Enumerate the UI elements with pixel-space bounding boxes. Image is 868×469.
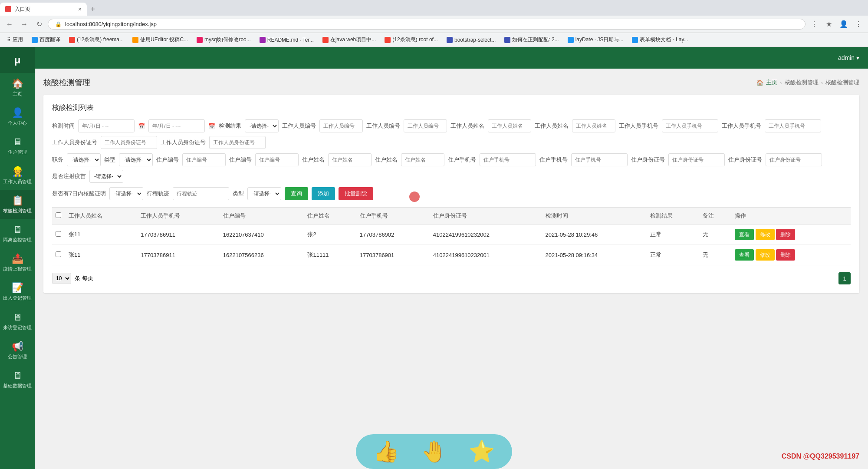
search-button[interactable]: 查询 xyxy=(285,187,308,200)
cell-worker-name: 张11 xyxy=(65,245,137,265)
filter-vaccine-select[interactable]: -请选择- xyxy=(89,170,123,183)
select-all-checkbox[interactable] xyxy=(56,212,61,218)
bookmark-label: 在java web项目中... xyxy=(330,36,376,43)
sidebar-item-checkin[interactable]: 📝 出入登记管理 xyxy=(0,277,35,306)
sidebar-item-nucleic[interactable]: 📋 核酸检测管理 xyxy=(0,190,35,219)
forward-button[interactable]: → xyxy=(18,18,30,30)
filter-result-select[interactable]: -请选择- xyxy=(245,119,279,132)
filter-worker-name-label2: 工作人员姓名 xyxy=(535,122,569,130)
row-checkbox-0[interactable] xyxy=(56,231,61,237)
extensions-button[interactable]: ⋮ xyxy=(808,18,820,30)
bookmark-apps[interactable]: ⠿ 应用 xyxy=(3,35,26,44)
edit-button-1[interactable]: 修改 xyxy=(756,249,775,261)
filter-worker-name-2[interactable] xyxy=(572,119,615,132)
filter-resident-name-2[interactable] xyxy=(401,153,444,166)
bk3-favicon xyxy=(197,37,203,43)
cell-resident-phone: 17703786901 xyxy=(356,245,430,265)
reload-button[interactable]: ↻ xyxy=(33,18,45,30)
bookmark-baidu[interactable]: 百度翻译 xyxy=(28,35,64,44)
tab-close-button[interactable]: × xyxy=(78,6,82,13)
top-header: admin ▾ xyxy=(35,47,868,69)
cell-result: 正常 xyxy=(647,245,699,265)
sidebar-item-home[interactable]: 🏠 主页 xyxy=(0,73,35,102)
calendar-icon-1[interactable]: 📅 xyxy=(138,123,145,129)
row-checkbox-1[interactable] xyxy=(56,251,61,257)
add-button[interactable]: 添加 xyxy=(312,187,335,200)
bookmark-label: layDate · JS日期与... xyxy=(575,36,624,43)
filter-nucleic-select[interactable]: -请选择- xyxy=(109,187,143,200)
nav-bar: ← → ↻ 🔒 localhost:8080/yiqingxitong/inde… xyxy=(0,16,868,33)
filter-resident-phone-1[interactable] xyxy=(480,153,536,166)
filter-worker-name-1[interactable] xyxy=(488,119,531,132)
bookmark-6[interactable]: (12条消息) root of... xyxy=(381,35,441,44)
sidebar-item-basic-data[interactable]: 🖥 基础数据管理 xyxy=(0,365,35,394)
sidebar-item-profile[interactable]: 👤 个人中心 xyxy=(0,102,35,131)
view-button-0[interactable]: 查看 xyxy=(735,229,754,240)
bookmark-label: 应用 xyxy=(13,36,23,43)
sidebar-item-visitor[interactable]: 🖥 来访登记管理 xyxy=(0,307,35,336)
filter-resident-name-label: 住户姓名 xyxy=(302,156,325,164)
filter-resident-name-label2: 住户姓名 xyxy=(375,156,398,164)
filter-resident-no-1[interactable] xyxy=(182,153,226,166)
hand-icon[interactable]: 🤚 xyxy=(421,439,447,464)
filter-travel-label: 行程轨迹 xyxy=(147,190,169,198)
filter-type-select[interactable]: -请选择- xyxy=(119,153,153,166)
bookmark-8[interactable]: 如何在正则配配: 2... xyxy=(501,35,562,44)
sidebar-item-resident[interactable]: 🖥 住户管理 xyxy=(0,131,35,160)
view-button-1[interactable]: 查看 xyxy=(735,249,754,261)
sidebar-item-worker[interactable]: 👷 工作人员管理 xyxy=(0,161,35,190)
profile-button[interactable]: 👤 xyxy=(838,18,850,30)
filter-worker-phone-1[interactable] xyxy=(662,119,718,132)
filter-resident-phone-label: 住户手机号 xyxy=(448,156,476,164)
filter-date-end[interactable] xyxy=(148,119,205,132)
batch-delete-button[interactable]: 批量删除 xyxy=(339,187,373,200)
bookmark-10[interactable]: 表单模块文档 - Lay... xyxy=(628,35,691,44)
sidebar-item-isolation[interactable]: 🖥 隔离监控管理 xyxy=(0,219,35,248)
sidebar-item-report[interactable]: 📤 疫情上报管理 xyxy=(0,248,35,277)
pagination-bar: 10 20 50 条 每页 1 xyxy=(52,272,851,284)
bookmark-9[interactable]: layDate · JS日期与... xyxy=(564,35,627,44)
filter-type2-select[interactable]: -请选择- xyxy=(247,187,281,200)
filter-worker-id-1[interactable] xyxy=(319,119,363,132)
browser-tab[interactable]: 入口页 × xyxy=(0,3,87,16)
sidebar-label: 主页 xyxy=(13,91,22,97)
filter-resident-no-2[interactable] xyxy=(255,153,299,166)
address-bar[interactable]: 🔒 localhost:8080/yiqingxitong/index.jsp xyxy=(48,19,806,30)
filter-resident-phone-2[interactable] xyxy=(571,153,628,166)
bookmark-7[interactable]: bootstrap-select... xyxy=(443,36,499,44)
admin-label[interactable]: admin ▾ xyxy=(838,54,859,61)
page-size-select[interactable]: 10 20 50 xyxy=(52,273,71,284)
bookmark-3[interactable]: mysql如何修改roo... xyxy=(193,35,254,44)
filter-travel-input[interactable] xyxy=(173,187,229,200)
delete-button-0[interactable]: 删除 xyxy=(776,229,795,240)
bookmark-2[interactable]: 使用UEditor 投稿C... xyxy=(129,35,191,44)
filter-worker-id-2[interactable] xyxy=(404,119,447,132)
star-icon[interactable]: ⭐ xyxy=(469,439,495,464)
back-button[interactable]: ← xyxy=(3,18,16,30)
bookmark-button[interactable]: ★ xyxy=(823,18,835,30)
thumbs-up-icon[interactable]: 👍 xyxy=(373,439,399,464)
filter-resident-no-label: 住户编号 xyxy=(156,156,179,164)
delete-button-1[interactable]: 删除 xyxy=(776,249,795,261)
edit-button-0[interactable]: 修改 xyxy=(756,229,775,240)
home-icon: 🏠 xyxy=(12,78,23,89)
menu-button[interactable]: ⋮ xyxy=(852,18,865,30)
filter-date-start[interactable] xyxy=(78,119,135,132)
bookmark-5[interactable]: 在java web项目中... xyxy=(319,35,379,44)
filter-duty-select[interactable]: -请选择- xyxy=(67,153,101,166)
filter-worker-idcard-1[interactable] xyxy=(101,136,157,149)
filter-resident-no-label2: 住户编号 xyxy=(229,156,252,164)
filter-resident-id-2[interactable] xyxy=(766,153,822,166)
sidebar-item-announcement[interactable]: 📢 公告管理 xyxy=(0,336,35,365)
breadcrumb-home-link[interactable]: 主页 xyxy=(766,79,777,86)
filter-resident-name-1[interactable] xyxy=(328,153,372,166)
bookmark-4[interactable]: README.md · Ter... xyxy=(256,36,317,44)
bookmark-1[interactable]: (12条消息) freema... xyxy=(66,35,127,44)
filter-worker-idcard-label2: 工作人员身份证号 xyxy=(161,139,206,146)
page-1-button[interactable]: 1 xyxy=(838,272,851,284)
filter-worker-phone-2[interactable] xyxy=(765,119,821,132)
new-tab-button[interactable]: + xyxy=(87,3,99,15)
filter-worker-idcard-2[interactable] xyxy=(209,136,266,149)
filter-resident-id-1[interactable] xyxy=(668,153,725,166)
calendar-icon-2[interactable]: 📅 xyxy=(208,123,215,129)
